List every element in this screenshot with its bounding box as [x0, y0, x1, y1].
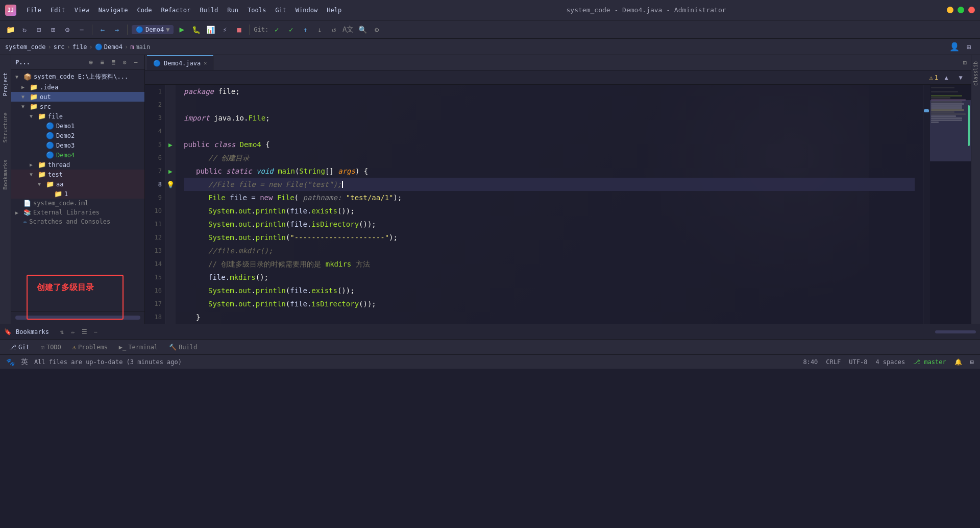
tree-idea[interactable]: ▶ 📁 .idea — [11, 82, 144, 92]
git-checkmark2[interactable]: ✓ — [285, 23, 297, 36]
git-revert-icon[interactable]: ↺ — [328, 23, 340, 36]
status-line-col[interactable]: 8:40 — [803, 358, 818, 366]
stop-button[interactable]: ■ — [233, 23, 245, 36]
debug-button[interactable]: 🐛 — [190, 23, 202, 36]
status-notifications[interactable]: 🔔 — [954, 358, 962, 366]
menu-tools[interactable]: Tools — [243, 5, 270, 16]
close-panel-icon[interactable]: − — [76, 23, 88, 36]
locate-icon[interactable]: ⊕ — [86, 58, 95, 67]
expand-icon[interactable]: ⊞ — [47, 23, 59, 36]
aa-folder-icon: 📁 — [46, 180, 54, 188]
status-encoding[interactable]: UTF-8 — [849, 358, 867, 366]
project-icon[interactable]: 📁 — [4, 23, 16, 36]
breadcrumb-file[interactable]: file — [72, 43, 87, 51]
run-button[interactable]: ▶ — [176, 23, 188, 36]
forward-button[interactable]: → — [111, 23, 123, 36]
breadcrumb-main[interactable]: m main — [130, 43, 150, 51]
tree-src[interactable]: ▼ 📁 src — [11, 102, 144, 111]
nav-up-button[interactable]: ▲ — [940, 71, 952, 84]
sync-icon[interactable]: ↻ — [18, 23, 31, 36]
profile-button[interactable]: ⚡ — [218, 23, 231, 36]
menu-window[interactable]: Window — [291, 5, 322, 16]
tree-out[interactable]: ▼ 📁 out — [11, 92, 144, 102]
close-button[interactable]: ✕ — [968, 7, 975, 13]
tree-iml[interactable]: 📄 system_code.iml — [11, 199, 144, 208]
bookmark-scrollbar[interactable] — [935, 330, 976, 333]
tree-test[interactable]: ▼ 📁 test — [11, 170, 144, 179]
settings-toolbar-button[interactable]: ⚙ — [371, 23, 383, 36]
tree-demo2[interactable]: 🔵 Demo2 — [11, 131, 144, 140]
bookmarks-tab-left[interactable]: Bookmarks — [1, 157, 10, 192]
translate-icon[interactable]: A文 — [342, 23, 354, 36]
menu-file[interactable]: File — [22, 5, 45, 16]
back-button[interactable]: ← — [96, 23, 109, 36]
tree-1[interactable]: 📁 1 — [11, 189, 144, 199]
git-checkmark1[interactable]: ✓ — [271, 23, 283, 36]
status-indent[interactable]: 4 spaces — [875, 358, 905, 366]
tree-demo3[interactable]: 🔵 Demo3 — [11, 140, 144, 150]
recent-files-icon[interactable]: ⊞ — [963, 41, 975, 53]
menu-navigate[interactable]: Navigate — [94, 5, 132, 16]
search-toolbar-button[interactable]: 🔍 — [356, 23, 369, 36]
breadcrumb-system-code[interactable]: system_code — [5, 43, 45, 51]
status-branch[interactable]: ⎇ master — [913, 358, 946, 366]
user-icon[interactable]: 👤 — [948, 41, 961, 53]
recent-files-button[interactable]: ⊞ — [963, 59, 967, 66]
status-line-sep[interactable]: CRLF — [826, 358, 841, 366]
coverage-button[interactable]: 📊 — [204, 23, 216, 36]
tree-file[interactable]: ▼ 📁 file — [11, 111, 144, 121]
settings-icon[interactable]: ⚙ — [61, 23, 74, 36]
menu-edit[interactable]: Edit — [46, 5, 69, 16]
menu-help[interactable]: Help — [323, 5, 346, 16]
structure-tab-left[interactable]: Structure — [1, 110, 10, 145]
tab-demo4-java[interactable]: 🔵 Demo4.java ✕ — [147, 55, 213, 70]
warning-count: 1 — [935, 74, 938, 81]
git-fetch-icon[interactable]: ↓ — [313, 23, 326, 36]
bottom-tab-git[interactable]: ⎇ Git — [4, 342, 35, 353]
panel-close-icon[interactable]: − — [131, 58, 140, 67]
status-grid-icon[interactable]: ⊞ — [970, 358, 974, 366]
collapse-all-icon[interactable]: ≡ — [97, 58, 107, 67]
file-tree: ▼ 📦 system_code E:\上传资料\... ▶ 📁 .idea ▼ … — [11, 69, 144, 311]
tab-close-button[interactable]: ✕ — [204, 60, 207, 66]
nav-down-button[interactable]: ▼ — [954, 71, 967, 84]
bottom-tab-problems[interactable]: ⚠ Problems — [67, 342, 113, 353]
run-configuration[interactable]: 🔵 Demo4 ▼ — [132, 25, 174, 34]
breadcrumb-demo4[interactable]: 🔵 Demo4 — [95, 43, 122, 51]
menu-view[interactable]: View — [70, 5, 93, 16]
maximize-button[interactable]: □ — [958, 7, 964, 13]
gutter-7[interactable]: ▶ — [165, 164, 176, 178]
menu-refactor[interactable]: Refactor — [157, 5, 194, 16]
code-content[interactable]: package file; import java.io.File; publi… — [176, 85, 923, 324]
gutter-5[interactable]: ▶ — [165, 138, 176, 151]
project-tab[interactable]: Project — [1, 70, 10, 98]
menu-build[interactable]: Build — [195, 5, 222, 16]
breadcrumb-src[interactable]: src — [54, 43, 65, 51]
collapse-icon[interactable]: ⊟ — [33, 23, 45, 36]
expand-action-icon[interactable]: ≣ — [109, 58, 118, 67]
tree-aa[interactable]: ▼ 📁 aa — [11, 179, 144, 189]
tree-demo4[interactable]: 🔵 Demo4 — [11, 150, 144, 160]
panel-scrollbar[interactable] — [15, 316, 140, 320]
menu-code[interactable]: Code — [133, 5, 156, 16]
minimap[interactable] — [930, 85, 971, 324]
right-side-tabs: classlib — [971, 55, 980, 324]
tree-scratches[interactable]: ✏ Scratches and Consoles — [11, 217, 144, 226]
edit-bookmark-button[interactable]: ✏ — [68, 327, 78, 337]
close-bookmark-button[interactable]: − — [91, 327, 100, 337]
menu-git[interactable]: Git — [271, 5, 290, 16]
tree-thread[interactable]: ▶ 📁 thread — [11, 160, 144, 170]
list-bookmark-button[interactable]: ☰ — [80, 327, 89, 337]
menu-run[interactable]: Run — [223, 5, 242, 16]
git-push-icon[interactable]: ↑ — [299, 23, 311, 36]
bottom-tab-terminal[interactable]: ▶_ Terminal — [114, 342, 163, 353]
tree-root[interactable]: ▼ 📦 system_code E:\上传资料\... — [11, 71, 144, 82]
tree-demo1[interactable]: 🔵 Demo1 — [11, 121, 144, 131]
bottom-tab-todo[interactable]: ☑ TODO — [36, 342, 66, 353]
tree-external-libs[interactable]: ▶ 📚 External Libraries — [11, 208, 144, 217]
sort-bookmark-button[interactable]: ⇅ — [57, 327, 66, 337]
panel-settings-icon[interactable]: ⚙ — [120, 58, 129, 67]
minimize-button[interactable]: ─ — [947, 7, 953, 13]
bottom-tab-build[interactable]: 🔨 Build — [164, 342, 202, 353]
classlib-tab[interactable]: classlib — [972, 59, 979, 88]
